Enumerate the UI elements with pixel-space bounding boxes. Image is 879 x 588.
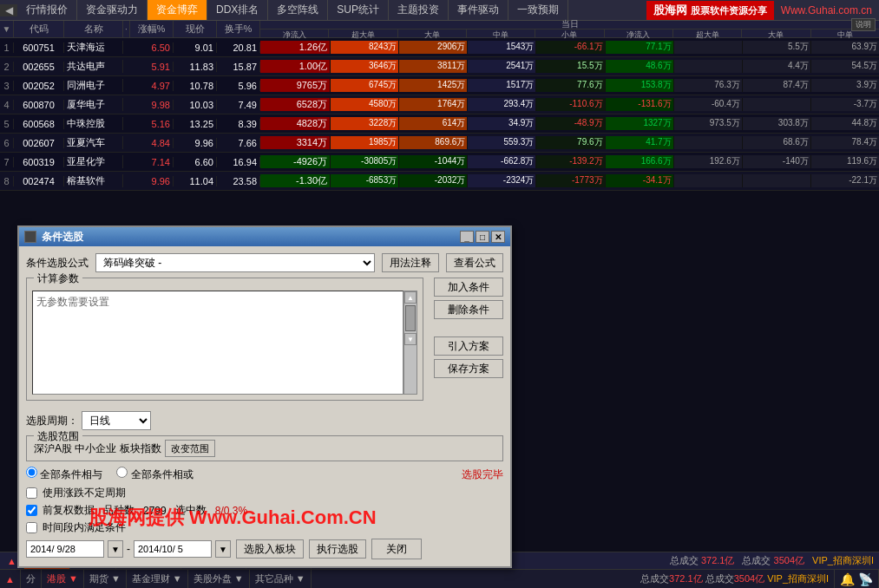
row-flow: 9765万 <box>260 79 331 92</box>
table-row[interactable]: 2 002655 共达电声 5.91 11.83 15.87 1.00亿 364… <box>0 57 879 76</box>
check-time-period-label: 时间段内满足条件 <box>43 520 126 535</box>
explain-btn[interactable]: 说明 <box>851 18 876 31</box>
table-row[interactable]: 1 600751 天津海运 6.50 9.01 20.81 1.26亿 8243… <box>0 38 879 57</box>
row-rise: 4.97 <box>130 81 174 91</box>
nav-item-multi[interactable]: 多空阵线 <box>268 0 328 20</box>
row-flow: 6528万 <box>260 98 331 111</box>
nav-item-game[interactable]: 资金博弈 <box>148 0 207 20</box>
checkbox-row-1: 使用涨跌不定周期 <box>26 486 503 500</box>
radio-or[interactable] <box>116 467 128 478</box>
period-select[interactable]: 日线 <box>82 411 151 430</box>
row-small: -110.6万 <box>536 98 605 111</box>
check-pre-rights[interactable] <box>26 505 37 516</box>
execute-select-btn[interactable]: 执行选股 <box>309 539 366 559</box>
col-dot: · <box>123 21 130 37</box>
nav-item-capital[interactable]: 资金驱动力 <box>77 0 148 20</box>
date-start-input[interactable] <box>26 540 104 558</box>
nav-item-ddx[interactable]: DDX排名 <box>207 0 268 20</box>
sub-r-flow: 净流入 <box>605 29 673 38</box>
row-r-super <box>674 174 743 187</box>
status-other[interactable]: 其它品种 ▼ <box>250 570 312 588</box>
radio-and-text: 全部条件相与 <box>40 468 102 480</box>
row-r-flow: -131.6万 <box>606 98 674 111</box>
params-scrollbar: ▲ ▼ <box>403 291 417 395</box>
row-name: 天津海运 <box>64 41 123 54</box>
add-condition-btn[interactable]: 加入条件 <box>434 278 503 297</box>
row-super: 8243万 <box>331 41 399 54</box>
table-row[interactable]: 3 002052 同洲电子 4.97 10.78 5.96 9765万 6745… <box>0 76 879 95</box>
row-r-big <box>743 174 811 187</box>
nav-item-theme[interactable]: 主题投资 <box>389 0 449 20</box>
save-plan-btn[interactable]: 保存方案 <box>434 359 503 378</box>
action-row: ▼ - ▼ 选股入板块 执行选股 关闭 <box>26 539 503 559</box>
row-code: 600568 <box>14 119 64 129</box>
maximize-btn[interactable]: □ <box>476 231 489 243</box>
sort-icon[interactable]: ▼ <box>3 24 11 34</box>
vol-info: 总成交 372.1亿 总成交 3504亿 VIP_招商深圳I <box>665 554 879 567</box>
close-icon[interactable]: ✕ <box>491 231 505 243</box>
nav-item-consensus[interactable]: 一致预期 <box>508 0 568 20</box>
check-undetermined[interactable] <box>26 487 37 499</box>
formula-select[interactable]: 筹码峰突破 - <box>95 253 375 272</box>
date-end-picker[interactable]: ▼ <box>215 540 231 558</box>
scroll-down-btn[interactable]: ▼ <box>404 333 417 345</box>
nav-item-event[interactable]: 事件驱动 <box>449 0 508 20</box>
change-range-btn[interactable]: 改变范围 <box>165 440 215 457</box>
row-big: -1044万 <box>399 155 468 168</box>
status-hk[interactable]: 港股 ▼ <box>42 570 84 588</box>
row-big: 614万 <box>399 117 468 130</box>
table-row[interactable]: 8 002474 榕基软件 9.96 11.04 23.58 -1.30亿 -6… <box>0 172 879 191</box>
stock-table-area: ▼ 代码 名称 · 涨幅% 现价 换手% 当日 说明 净流入 超大单 大单 中单… <box>0 21 879 191</box>
table-row[interactable]: 7 600319 亚星化学 7.14 6.60 16.94 -4926万 -30… <box>0 153 879 172</box>
row-price: 11.83 <box>174 62 217 72</box>
nav-item-quotes[interactable]: 行情报价 <box>17 0 77 20</box>
row-num: 7 <box>0 157 14 167</box>
table-row[interactable]: 5 600568 中珠控股 5.16 13.25 8.39 4828万 3228… <box>0 114 879 134</box>
minimize-btn[interactable]: _ <box>460 231 474 243</box>
dialog-icon <box>24 231 36 243</box>
import-plan-btn[interactable]: 引入方案 <box>434 336 503 356</box>
radio-and-label[interactable]: 全部条件相与 <box>26 467 102 482</box>
status-us[interactable]: 美股外盘 ▼ <box>188 570 250 588</box>
nav-left-arrow[interactable]: ◀ <box>0 4 17 16</box>
row-num: 8 <box>0 176 14 186</box>
status-futures[interactable]: 期货 ▼ <box>84 570 127 588</box>
dialog-close-btn[interactable]: 关闭 <box>371 539 422 559</box>
scroll-up-btn[interactable]: ▲ <box>404 291 417 304</box>
date-start-picker[interactable]: ▼ <box>108 540 123 558</box>
row-big: 2906万 <box>399 41 468 54</box>
add-pool-btn[interactable]: 选股入板块 <box>236 539 304 559</box>
help-btn[interactable]: 用法注释 <box>382 253 439 272</box>
delete-condition-btn[interactable]: 删除条件 <box>434 300 503 319</box>
view-formula-btn[interactable]: 查看公式 <box>446 253 503 272</box>
nav-item-sup[interactable]: SUP统计 <box>328 0 389 20</box>
date-end-input[interactable] <box>134 540 212 558</box>
row-r-flow: 48.6万 <box>606 60 674 73</box>
row-price: 10.78 <box>174 81 217 91</box>
row-r-mid: 78.4万 <box>811 136 879 149</box>
sub-r-big: 大单 <box>742 29 810 38</box>
radio-and[interactable] <box>26 467 37 478</box>
sub-flow: 净流入 <box>260 29 329 38</box>
table-row[interactable]: 6 002607 亚夏汽车 4.84 9.96 7.66 3314万 1985万… <box>0 134 879 153</box>
scroll-thumb[interactable] <box>405 305 416 331</box>
row-turnover: 5.96 <box>217 81 260 91</box>
radio-or-text: 全部条件相或 <box>131 468 194 480</box>
row-mid: 34.9万 <box>468 117 536 130</box>
status-fund[interactable]: 基金理财 ▼ <box>127 570 188 588</box>
row-name: 中珠控股 <box>64 117 123 130</box>
check-time-period[interactable] <box>26 522 37 533</box>
row-turnover: 16.94 <box>217 157 260 167</box>
row-super: 3646万 <box>331 60 399 73</box>
col-price: 现价 <box>174 21 217 37</box>
row-price: 9.96 <box>174 138 217 148</box>
row-name: 亚星化学 <box>64 155 123 168</box>
row-code: 002655 <box>14 62 64 72</box>
row-r-flow: 41.7万 <box>606 136 674 149</box>
table-row[interactable]: 4 600870 厦华电子 9.98 10.03 7.49 6528万 4580… <box>0 95 879 114</box>
day-header: 当日 <box>561 18 579 30</box>
row-r-big: 68.6万 <box>743 136 811 149</box>
row-r-mid: 3.9万 <box>811 79 879 92</box>
radio-or-label[interactable]: 全部条件相或 <box>116 467 193 482</box>
guhai-logo: 股海网 股票软件资源分享 <box>646 1 774 20</box>
